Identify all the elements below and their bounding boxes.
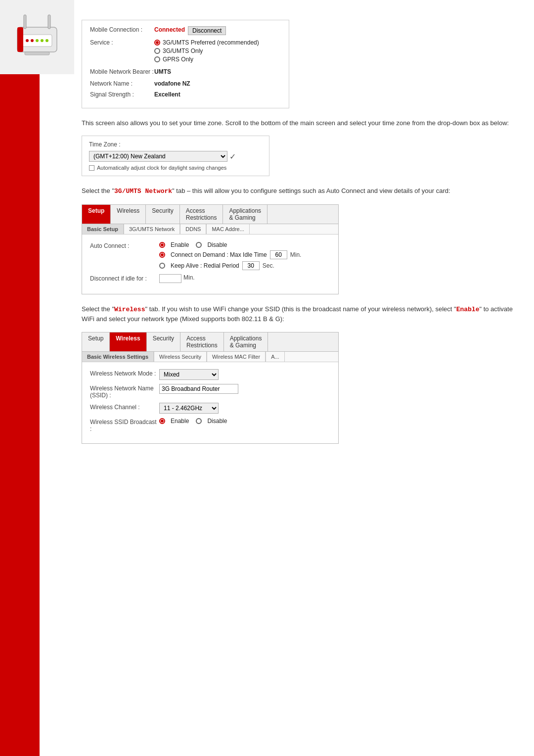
svg-point-8 (45, 39, 48, 42)
disconnect-idle-row: Disconnect if idle for : Min. (90, 274, 330, 283)
timezone-select[interactable]: (GMT+12:00) New Zealand (89, 151, 227, 162)
tab-access-restrictions[interactable]: AccessRestrictions (180, 205, 223, 224)
w-sub-tab-basic[interactable]: Basic Wireless Settings (82, 352, 154, 362)
connect-on-demand-label: Connect on Demand : Max Idle Time (171, 251, 267, 258)
daylight-saving-label: Automatically adjust clock for daylight … (97, 165, 226, 171)
daylight-saving-checkbox[interactable] (89, 165, 94, 171)
radio-connect-on-demand[interactable] (159, 252, 165, 258)
wireless-channel-row: Wireless Channel : 11 - 2.462GHz (90, 403, 330, 414)
network-mode-select[interactable]: Mixed (159, 369, 219, 380)
svg-point-6 (36, 39, 39, 42)
w-sub-tab-more[interactable]: A... (266, 352, 285, 362)
tab-applications-gaming[interactable]: Applications& Gaming (223, 205, 267, 224)
w-tab-wireless[interactable]: Wireless (110, 332, 146, 351)
ssid-broadcast-label: Wireless SSID Broadcast : (90, 418, 159, 432)
connection-status: Connected (154, 26, 185, 33)
radio-enable[interactable] (159, 242, 165, 248)
radio-gprs-only[interactable] (154, 56, 160, 62)
keep-alive-input[interactable] (242, 261, 260, 270)
svg-rect-10 (17, 27, 23, 52)
tab-setup[interactable]: Setup (82, 205, 111, 224)
service-option-1[interactable]: 3G/UMTS Preferred (recommended) (154, 39, 259, 46)
keep-alive-label: Keep Alive : Redial Period (171, 262, 239, 269)
wireless-panel: Setup Wireless Security AccessRestrictio… (82, 332, 339, 444)
disconnect-idle-label: Disconnect if idle for : (90, 274, 159, 282)
w-sub-tab-security[interactable]: Wireless Security (154, 352, 207, 362)
svg-point-4 (26, 39, 29, 42)
disconnect-button[interactable]: Disconnect (188, 26, 226, 35)
disconnect-idle-input[interactable] (159, 274, 181, 283)
mobile-connection-label: Mobile Connection : (90, 26, 154, 33)
ssid-radio-disable[interactable] (196, 418, 202, 424)
keep-alive-unit: Sec. (263, 262, 274, 269)
main-content: Mobile Connection : Connected Disconnect… (77, 15, 524, 459)
mobile-network-bearer-label: Mobile Network Bearer : (90, 68, 154, 76)
ssid-disable-label: Disable (207, 418, 227, 425)
ssid-radio-enable[interactable] (159, 418, 165, 424)
network-mode-row: Wireless Network Mode : Mixed (90, 369, 330, 380)
network-name-value: vodafone NZ (154, 80, 190, 87)
service-option-3[interactable]: GPRS Only (154, 56, 259, 63)
auto-connect-row: Auto Connect : Enable Disable Connect on… (90, 241, 330, 270)
umts-desc-before: Select the " (82, 187, 114, 194)
enable-highlight: Enable (456, 306, 480, 313)
umts-panel: Setup Wireless Security AccessRestrictio… (82, 204, 339, 294)
w-tab-access-restrictions[interactable]: AccessRestrictions (180, 332, 224, 351)
umts-panel-content: Auto Connect : Enable Disable Connect on… (82, 235, 338, 294)
sub-tab-basic-setup[interactable]: Basic Setup (82, 224, 124, 234)
sub-tab-ddns[interactable]: DDNS (180, 224, 206, 234)
umts-description: Select the "3G/UMTS Network" tab – this … (82, 186, 519, 196)
wireless-highlight: Wireless (114, 306, 145, 313)
radio-disable[interactable] (196, 242, 202, 248)
w-tab-applications-gaming[interactable]: Applications& Gaming (224, 332, 268, 351)
wireless-channel-select[interactable]: 11 - 2.462GHz (159, 403, 219, 414)
mobile-network-bearer-value: UMTS (154, 68, 171, 75)
tab-security[interactable]: Security (146, 205, 179, 224)
service-label: Service : (90, 39, 154, 46)
auto-connect-label: Auto Connect : (90, 241, 159, 249)
wireless-channel-label: Wireless Channel : (90, 403, 159, 411)
service-option-2-label: 3G/UMTS Only (163, 47, 203, 54)
network-name-label: Network Name : (90, 80, 154, 87)
w-tab-security[interactable]: Security (147, 332, 180, 351)
disable-label: Disable (207, 241, 227, 248)
mobile-network-bearer-row: Mobile Network Bearer : UMTS (90, 68, 281, 76)
sidebar (0, 0, 40, 756)
router-icon (5, 5, 69, 69)
service-option-2[interactable]: 3G/UMTS Only (154, 47, 259, 54)
radio-keep-alive[interactable] (159, 263, 165, 269)
mobile-connection-row: Mobile Connection : Connected Disconnect (90, 26, 281, 35)
w-sub-tab-mac-filter[interactable]: Wireless MAC Filter (207, 352, 266, 362)
wireless-network-name-input[interactable] (159, 384, 238, 394)
radio-3g-only[interactable] (154, 48, 160, 54)
wireless-desc-middle: " tab. If you wish to use WiFi change yo… (145, 305, 456, 313)
timezone-description: This screen also allows you to set your … (82, 118, 519, 128)
svg-rect-1 (24, 15, 26, 29)
sub-tab-mac[interactable]: MAC Addre... (207, 224, 249, 234)
umts-tab-bar: Setup Wireless Security AccessRestrictio… (82, 205, 338, 224)
umts-highlight: 3G/UMTS Network (114, 188, 172, 195)
network-name-row: Network Name : vodafone NZ (90, 80, 281, 87)
tab-wireless[interactable]: Wireless (111, 205, 146, 224)
wireless-desc-before: Select the " (82, 305, 114, 313)
timezone-select-row: (GMT+12:00) New Zealand ✓ (89, 151, 262, 162)
wireless-description: Select the "Wireless" tab. If you wish t… (82, 304, 519, 324)
svg-rect-2 (48, 15, 50, 29)
timezone-box: Time Zone : (GMT+12:00) New Zealand ✓ Au… (82, 136, 269, 176)
timezone-label: Time Zone : (89, 141, 262, 148)
dropdown-icon: ✓ (229, 152, 236, 161)
sub-tab-3g-umts[interactable]: 3G/UMTS Network (124, 224, 180, 234)
svg-point-5 (31, 39, 34, 42)
radio-3g-preferred[interactable] (154, 40, 160, 46)
enable-label: Enable (171, 241, 189, 248)
w-tab-setup[interactable]: Setup (82, 332, 110, 351)
connect-on-demand-row: Connect on Demand : Max Idle Time Min. (159, 250, 301, 259)
connection-info-box: Mobile Connection : Connected Disconnect… (82, 20, 289, 108)
service-options: 3G/UMTS Preferred (recommended) 3G/UMTS … (154, 39, 259, 64)
auto-connect-radio-row: Enable Disable (159, 241, 301, 248)
umts-desc-after: " tab – this will allow you to configure… (172, 187, 450, 194)
svg-rect-9 (25, 52, 49, 55)
wireless-network-name-label: Wireless Network Name (SSID) : (90, 384, 159, 399)
connect-on-demand-input[interactable] (270, 250, 287, 259)
service-option-1-label: 3G/UMTS Preferred (recommended) (163, 39, 259, 46)
